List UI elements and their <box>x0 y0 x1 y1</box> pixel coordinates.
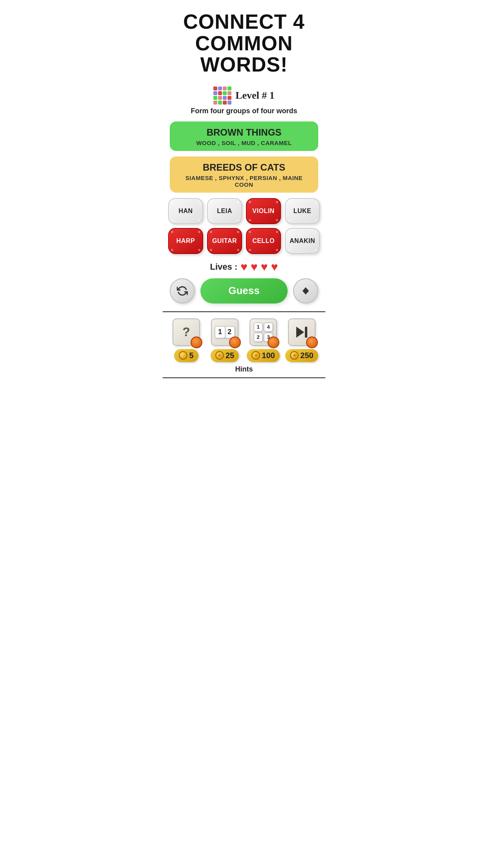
shuffle-button[interactable] <box>170 278 195 303</box>
tile-guitar[interactable]: GUITAR <box>207 228 242 254</box>
hints-grid: ? 5 1 2 ★ <box>168 318 320 362</box>
category-brown-things: BROWN THINGS WOOD , SOIL , MUD , CARAMEL <box>170 121 318 151</box>
hint-swap[interactable]: 1 2 ★ 25 <box>207 318 243 362</box>
tile-anakin[interactable]: ANAKIN <box>285 228 320 254</box>
lives-row: Lives : ♥ ♥ ♥ ♥ <box>163 260 325 274</box>
heart-3: ♥ <box>261 260 268 274</box>
heart-1: ♥ <box>240 260 248 274</box>
category-title: BROWN THINGS <box>178 127 310 138</box>
action-row: Guess <box>170 278 318 303</box>
heart-4: ♥ <box>271 260 278 274</box>
heart-2: ♥ <box>251 260 258 274</box>
guess-button[interactable]: Guess <box>200 278 288 303</box>
hint-swap-cost: ★ 25 <box>211 349 239 362</box>
category-title: BREEDS OF CATS <box>178 162 310 173</box>
svg-marker-0 <box>296 327 304 338</box>
subtitle: Form four groups of four words <box>163 107 325 115</box>
hints-section: ? 5 1 2 ★ <box>163 311 325 378</box>
tile-luke[interactable]: LUKE <box>285 198 320 224</box>
category-words: SIAMESE , SPHYNX , PERSIAN , MAINE COON <box>178 175 310 188</box>
level-icon <box>213 86 231 105</box>
category-words: WOOD , SOIL , MUD , CARAMEL <box>178 140 310 146</box>
hint-sort[interactable]: 1 4 2 3 ★ 100 <box>245 318 281 362</box>
hint-skip[interactable]: ★ 250 <box>284 318 320 362</box>
tile-harp[interactable]: HARP <box>168 228 203 254</box>
hints-label: Hints <box>163 365 325 373</box>
category-breeds-of-cats: BREEDS OF CATS SIAMESE , SPHYNX , PERSIA… <box>170 156 318 193</box>
tile-leia[interactable]: LEIA <box>207 198 242 224</box>
erase-button[interactable] <box>293 278 318 303</box>
level-text: Level # 1 <box>235 90 275 101</box>
lives-label: Lives : <box>210 262 238 272</box>
hint-skip-cost: ★ 250 <box>285 349 318 362</box>
word-grid: HAN LEIA VIOLIN LUKE HARP GUITAR <box>168 198 320 254</box>
tile-han[interactable]: HAN <box>168 198 203 224</box>
hint-sort-cost: ★ 100 <box>247 349 279 362</box>
hint-reveal-cost: 5 <box>174 349 198 362</box>
tile-violin[interactable]: VIOLIN <box>246 198 281 224</box>
svg-rect-1 <box>305 327 307 338</box>
tile-cello[interactable]: CELLO <box>246 228 281 254</box>
game-title: CONNECT 4COMMON WORDS! <box>163 0 325 79</box>
hint-reveal[interactable]: ? 5 <box>168 318 204 362</box>
